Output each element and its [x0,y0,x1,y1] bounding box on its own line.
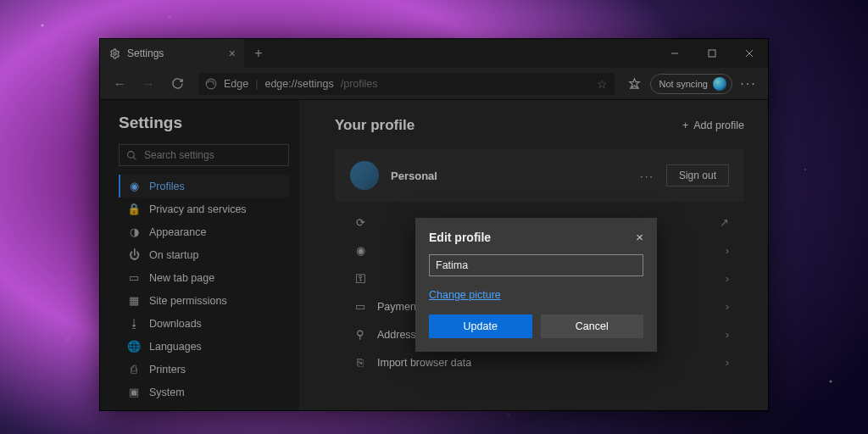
modal-title: Edit profile [429,231,491,244]
update-button[interactable]: Update [429,314,532,338]
cancel-button[interactable]: Cancel [541,314,644,338]
profile-name-input[interactable] [429,254,643,276]
browser-window: Settings × + ← → Edge | edge [99,38,769,411]
close-modal-button[interactable]: × [636,230,643,244]
change-picture-link[interactable]: Change picture [429,289,501,301]
edit-profile-modal: Edit profile × Change picture Update Can… [415,218,657,352]
